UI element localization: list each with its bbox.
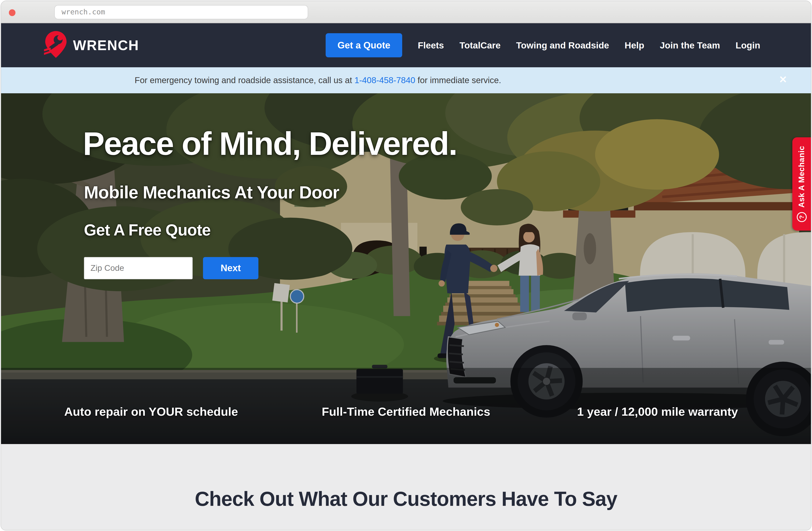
testimonials-heading: Check Out What Our Customers Have To Say xyxy=(1,444,811,511)
hero-feature-bar: Auto repair on YOUR schedule Full-Time C… xyxy=(1,405,811,418)
logo-wordmark: WRENCH xyxy=(73,37,139,53)
emergency-banner-text: For emergency towing and roadside assist… xyxy=(135,67,501,93)
close-icon[interactable]: ✕ xyxy=(776,67,790,93)
browser-titlebar: wrench.com xyxy=(1,1,811,23)
hero-title: Peace of Mind, Delivered. xyxy=(83,127,457,161)
banner-text-prefix: For emergency towing and roadside assist… xyxy=(135,75,354,85)
hero-form-heading: Get A Free Quote xyxy=(84,221,211,239)
hero-section: Peace of Mind, Delivered. Mobile Mechani… xyxy=(1,93,811,444)
feature-schedule: Auto repair on YOUR schedule xyxy=(64,405,238,418)
question-icon: ? xyxy=(797,212,807,222)
testimonials-section: Check Out What Our Customers Have To Say xyxy=(1,444,811,530)
window-controls xyxy=(9,9,44,16)
nav-link-login[interactable]: Login xyxy=(736,40,760,51)
emergency-phone-link[interactable]: 1-408-458-7840 xyxy=(354,75,415,85)
nav-link-fleets[interactable]: Fleets xyxy=(418,40,444,51)
feature-warranty: 1 year / 12,000 mile warranty xyxy=(577,405,738,418)
zoom-window-button[interactable] xyxy=(37,9,44,16)
nav-link-totalcare[interactable]: TotalCare xyxy=(460,40,501,51)
nav-link-join-team[interactable]: Join the Team xyxy=(660,40,720,51)
get-a-quote-button[interactable]: Get a Quote xyxy=(325,33,402,57)
minimize-window-button[interactable] xyxy=(23,9,30,16)
nav-menu: Get a Quote Fleets TotalCare Towing and … xyxy=(325,33,811,57)
wrench-pin-icon xyxy=(44,30,68,60)
wrench-logo[interactable]: WRENCH xyxy=(44,30,139,60)
zip-code-input[interactable] xyxy=(84,257,193,279)
nav-link-help[interactable]: Help xyxy=(625,40,644,51)
quote-form: Next xyxy=(84,257,258,279)
emergency-banner: For emergency towing and roadside assist… xyxy=(1,67,811,93)
banner-text-suffix: for immediate service. xyxy=(415,75,501,85)
close-window-button[interactable] xyxy=(9,9,16,16)
ask-a-mechanic-tab[interactable]: Ask A Mechanic ? xyxy=(792,137,811,231)
url-bar[interactable]: wrench.com xyxy=(54,5,308,19)
browser-window: wrench.com WRENCH xyxy=(1,1,811,530)
main-navbar: WRENCH Get a Quote Fleets TotalCare Towi… xyxy=(1,23,811,67)
nav-link-towing-roadside[interactable]: Towing and Roadside xyxy=(516,40,609,51)
next-button[interactable]: Next xyxy=(203,257,258,279)
ask-a-mechanic-label: Ask A Mechanic xyxy=(797,146,806,208)
feature-mechanics: Full-Time Certified Mechanics xyxy=(322,405,490,418)
hero-subtitle: Mobile Mechanics At Your Door xyxy=(84,182,339,203)
